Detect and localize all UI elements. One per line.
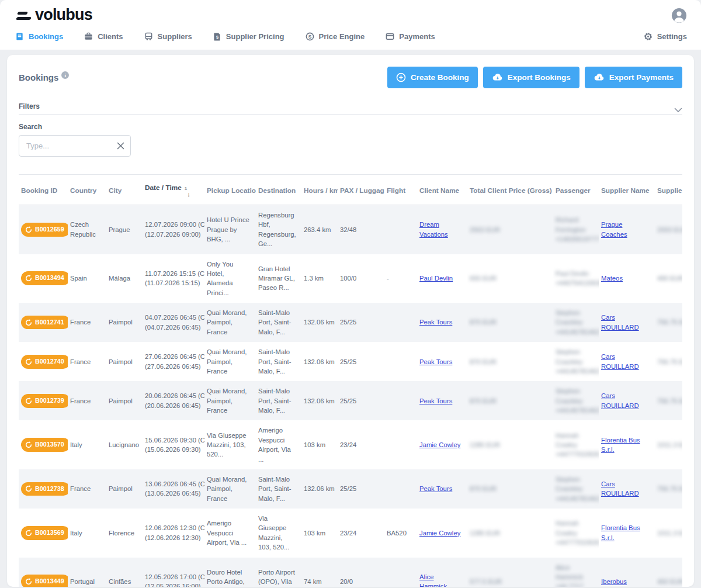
- col-total-client-price[interactable]: Total Client Price (Gross): [467, 175, 553, 205]
- col-hours-km[interactable]: Hours / km: [301, 175, 338, 205]
- pickup-location-cell: Amerigo Vespucci Airport, Via ...: [204, 509, 256, 558]
- chevron-down-icon[interactable]: [674, 108, 682, 113]
- destination-cell: Gran Hotel Miramar GL, Paseo R...: [256, 254, 301, 303]
- booking-id-badge[interactable]: B0013570: [21, 438, 68, 452]
- city-cell: Paimpol: [106, 303, 143, 342]
- col-client-name[interactable]: Client Name: [417, 175, 467, 205]
- flight-cell: [384, 469, 417, 509]
- supplier-price-cell: 756.75 EUR: [655, 342, 682, 381]
- supplier-price-cell: 450 EUR: [655, 558, 682, 587]
- client-link[interactable]: Peak Tours: [419, 319, 452, 326]
- supplier-name-cell: Mateos: [599, 254, 655, 303]
- client-price-cell: 870 EUR: [467, 303, 553, 342]
- col-supplier-name[interactable]: Supplier Name: [599, 175, 655, 205]
- client-link[interactable]: Jamie Cowley: [419, 441, 460, 448]
- booking-id-badge[interactable]: B0013449: [21, 575, 68, 587]
- supplier-link[interactable]: Florentia Bus S.r.l.: [601, 437, 640, 453]
- booking-id-text: B0012740: [35, 357, 64, 366]
- col-pickup-location[interactable]: Pickup Location: [204, 175, 256, 205]
- info-icon[interactable]: i: [61, 71, 69, 79]
- booking-id-text: B0013569: [35, 528, 64, 538]
- passenger-value: Alice Hammick+44 7717 854608: [556, 563, 594, 587]
- country-cell: France: [68, 381, 106, 420]
- supplier-pricing-icon: $: [213, 32, 221, 41]
- pax-luggage-cell: 32/48: [338, 205, 384, 254]
- destination-cell: Porto Airport (OPO), Vila Nova...: [256, 558, 301, 587]
- supplier-link[interactable]: Cars ROUILLARD: [601, 480, 639, 497]
- supplier-link[interactable]: Iberobus: [601, 578, 627, 585]
- nav-item-suppliers[interactable]: Suppliers: [144, 32, 192, 41]
- recurring-icon: [25, 275, 32, 282]
- supplier-price-value: 756.75 EUR: [657, 358, 682, 365]
- booking-id-badge[interactable]: B0012739: [21, 394, 68, 408]
- supplier-link[interactable]: Prague Coaches: [601, 221, 627, 237]
- export-bookings-button[interactable]: Export Bookings: [483, 67, 579, 88]
- nav-item-clients[interactable]: Clients: [84, 32, 123, 41]
- col-city[interactable]: City: [106, 175, 143, 205]
- nav-item-price-engine[interactable]: S Price Engine: [306, 32, 365, 41]
- client-link[interactable]: Jamie Cowley: [419, 530, 460, 537]
- client-link[interactable]: Peak Tours: [419, 397, 452, 404]
- recurring-icon: [25, 226, 32, 233]
- nav-item-supplier-pricing[interactable]: $ Supplier Pricing: [213, 32, 284, 41]
- col-date-time[interactable]: Date / Time1↓: [143, 175, 204, 205]
- col-country[interactable]: Country: [68, 175, 106, 205]
- pickup-location-cell: Quai Morand, Paimpol, France: [204, 303, 256, 342]
- main-nav: Bookings Clients Suppliers $ Supplier Pr…: [0, 24, 701, 50]
- clear-search-icon[interactable]: [117, 142, 124, 150]
- recurring-icon: [25, 358, 32, 365]
- col-supplier-price[interactable]: Supplier Price: [655, 175, 682, 205]
- booking-id-cell: B0013570: [19, 420, 68, 469]
- pickup-location-cell: Quai Morand, Paimpol, France: [204, 469, 256, 509]
- supplier-link[interactable]: Mateos: [601, 275, 623, 282]
- city-cell: Florence: [106, 509, 143, 558]
- city-cell: Lucignano: [106, 420, 143, 469]
- passenger-value: Richard Ferrington+14026519777: [556, 215, 594, 244]
- client-link[interactable]: Dream Vacations: [419, 221, 448, 237]
- col-destination[interactable]: Destination: [256, 175, 301, 205]
- col-flight[interactable]: Flight: [384, 175, 417, 205]
- col-booking-id[interactable]: Booking ID: [19, 175, 68, 205]
- passenger-cell: Stephen Coackley+44145781462: [553, 381, 599, 420]
- nav-label-clients: Clients: [98, 32, 123, 41]
- supplier-link[interactable]: Florentia Bus S.r.l.: [601, 524, 640, 541]
- flight-cell: [384, 205, 417, 254]
- svg-text:S: S: [308, 34, 311, 40]
- flight-cell: [384, 342, 417, 381]
- nav-item-payments[interactable]: Payments: [386, 32, 435, 41]
- col-passenger[interactable]: Passenger: [553, 175, 599, 205]
- table-row: B0012659 Czech Republic Prague 12.07.202…: [19, 205, 682, 254]
- date-time-cell: 15.06.2026 09:30 (CET)(15.06.2026 09:30): [143, 420, 204, 469]
- supplier-link[interactable]: Cars ROUILLARD: [601, 392, 639, 409]
- supplier-link[interactable]: Cars ROUILLARD: [601, 314, 639, 330]
- create-booking-button[interactable]: Create Booking: [387, 67, 478, 88]
- client-price-cell: 2563 EUR: [467, 205, 553, 254]
- booking-id-badge[interactable]: B0012738: [21, 482, 68, 496]
- export-payments-button[interactable]: Export Payments: [585, 67, 682, 88]
- client-price-cell: 577.5 EUR: [467, 558, 553, 587]
- client-link[interactable]: Alice Hammick: [419, 573, 447, 587]
- booking-id-badge[interactable]: B0012659: [21, 223, 68, 237]
- pax-luggage-cell: 23/24: [338, 420, 384, 469]
- client-link[interactable]: Peak Tours: [419, 485, 452, 492]
- booking-id-badge[interactable]: B0012741: [21, 316, 68, 330]
- table-row: B0013569 Italy Florence 12.06.2026 12:30…: [19, 509, 682, 558]
- pickup-location-cell: Douro Hotel Porto Antigo, Rua ...: [204, 558, 256, 587]
- flight-cell: BA520: [384, 509, 417, 558]
- booking-id-badge[interactable]: B0012740: [21, 355, 68, 369]
- client-link[interactable]: Paul Devlin: [419, 275, 453, 282]
- nav-item-settings[interactable]: Settings: [644, 32, 687, 41]
- col-pax-luggage[interactable]: PAX / Luggage: [338, 175, 384, 205]
- volubus-logo[interactable]: volubus: [16, 6, 92, 24]
- pickup-location-cell: Quai Morand, Paimpol, France: [204, 342, 256, 381]
- client-link[interactable]: Peak Tours: [419, 358, 452, 365]
- search-input[interactable]: [25, 141, 117, 151]
- pickup-location-cell: Quai Morand, Paimpol, France: [204, 381, 256, 420]
- booking-id-badge[interactable]: B0013569: [21, 526, 68, 540]
- country-cell: Italy: [68, 420, 106, 469]
- user-avatar-icon[interactable]: [671, 8, 687, 23]
- booking-id-badge[interactable]: B0013494: [21, 271, 68, 285]
- supplier-name-cell: Cars ROUILLARD: [599, 469, 655, 509]
- supplier-link[interactable]: Cars ROUILLARD: [601, 353, 639, 369]
- nav-item-bookings[interactable]: Bookings: [15, 32, 63, 41]
